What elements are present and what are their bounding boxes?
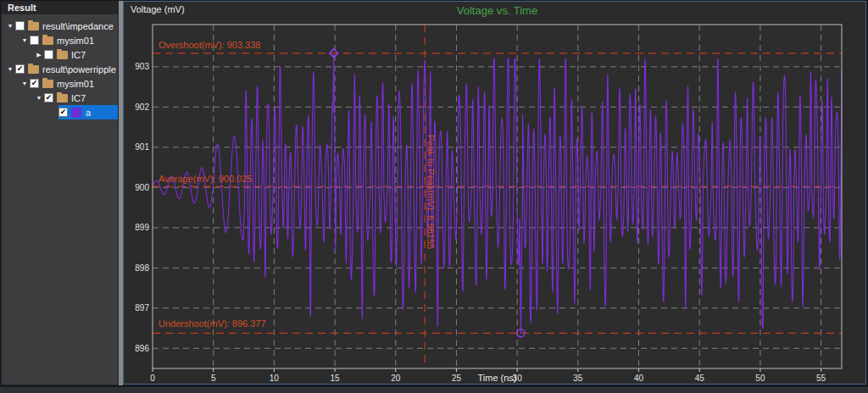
y-tick-label: 897: [135, 303, 149, 313]
y-tick-label: 903: [135, 62, 149, 71]
folder-icon: [57, 51, 68, 59]
folder-icon: [42, 80, 53, 88]
average-annotation: Average(mV): 900.025: [159, 174, 252, 184]
y-tick-label: 900: [135, 183, 149, 192]
tree-row-content[interactable]: mysim01: [30, 33, 118, 47]
folder-icon: [57, 94, 68, 102]
checked-checkbox[interactable]: ✔: [15, 64, 25, 74]
result-panel-title: Result: [8, 3, 36, 13]
x-tick-label: 0: [150, 374, 155, 383]
tree-item-label: a: [86, 108, 91, 118]
checked-checkbox[interactable]: ✔: [44, 93, 53, 102]
x-tick-label: 50: [755, 374, 765, 383]
x-tick-label: 15: [331, 374, 341, 383]
collapse-arrow-icon[interactable]: ▼: [19, 76, 30, 91]
x-tick-label: 40: [634, 374, 644, 383]
collapse-arrow-icon[interactable]: ▼: [34, 91, 44, 105]
peak-to-peak-annotation: Peak to Peak(mV): 6.96155: [426, 135, 436, 249]
checked-checkbox[interactable]: ✔: [58, 108, 68, 117]
collapse-arrow-icon[interactable]: ▼: [5, 62, 15, 76]
collapse-arrow-icon[interactable]: ▼: [5, 19, 15, 33]
tree-item-label: result\impedance: [42, 21, 114, 31]
y-tick-label: 896: [135, 344, 149, 353]
folder-icon: [28, 22, 39, 30]
y-tick-label: 898: [135, 263, 149, 273]
expand-arrow-icon[interactable]: ▶: [34, 47, 44, 62]
checked-checkbox[interactable]: ✔: [30, 79, 39, 88]
result-panel: Result ▼result\impedance▼mysim01▶IC7▼✔re…: [1, 1, 119, 385]
x-tick-label: 20: [391, 374, 401, 383]
app-window: Result ▼result\impedance▼mysim01▶IC7▼✔re…: [0, 0, 868, 393]
folder-icon: [28, 65, 39, 74]
tree-item-label: mysim01: [57, 79, 94, 89]
tree-item-result-powerripple[interactable]: ▼✔result\powerripple: [2, 62, 118, 76]
y-tick-label: 901: [135, 142, 149, 152]
y-tick-label: 899: [135, 223, 149, 232]
plot-background: [153, 25, 842, 368]
plot-area[interactable]: 0510152025303540455055896897898899900901…: [125, 3, 866, 385]
x-tick-label: 30: [513, 374, 523, 383]
undershoot-annotation: Undershoot(mV): 896.377: [159, 318, 266, 329]
result-panel-header: Result: [2, 2, 118, 15]
tree-item-label: result\powerripple: [42, 64, 116, 75]
tree-row-content[interactable]: ✔IC7: [44, 91, 118, 105]
tree-row-content[interactable]: IC7: [44, 47, 118, 62]
unchecked-checkbox[interactable]: [30, 36, 39, 45]
selected-tree-row-content[interactable]: ✔a: [58, 105, 118, 119]
collapse-arrow-icon[interactable]: ▼: [19, 33, 30, 47]
status-strip: [0, 386, 868, 393]
tree-row-content[interactable]: result\impedance: [15, 19, 118, 33]
y-tick-label: 902: [135, 102, 149, 112]
overshoot-annotation: Overshoot(mV): 903.338: [159, 40, 260, 50]
x-tick-label: 25: [452, 374, 462, 383]
tree-item-a[interactable]: ✔a: [2, 105, 118, 119]
tree-row-content[interactable]: ✔mysim01: [30, 76, 118, 91]
tree-item-mysim01[interactable]: ▼✔mysim01: [2, 76, 118, 91]
folder-icon: [42, 36, 53, 45]
x-tick-label: 55: [816, 374, 826, 383]
x-tick-label: 45: [695, 374, 705, 383]
tree-item-label: IC7: [71, 50, 86, 60]
chart-panel: 0510152025303540455055896897898899900901…: [123, 1, 866, 385]
tree-item-ic7[interactable]: ▶IC7: [2, 47, 118, 62]
result-tree[interactable]: ▼result\impedance▼mysim01▶IC7▼✔result\po…: [2, 15, 118, 119]
tree-item-ic7[interactable]: ▼✔IC7: [2, 91, 118, 105]
x-tick-label: 10: [270, 374, 280, 383]
tree-item-result-impedance[interactable]: ▼result\impedance: [2, 19, 118, 33]
tree-row-content[interactable]: ✔result\powerripple: [15, 62, 118, 76]
tree-item-mysim01[interactable]: ▼mysim01: [2, 33, 118, 47]
tree-item-label: IC7: [71, 93, 86, 103]
x-tick-label: 35: [573, 374, 583, 383]
trace-color-swatch: [71, 108, 81, 118]
unchecked-checkbox[interactable]: [44, 50, 53, 59]
tree-item-label: mysim01: [57, 36, 94, 46]
unchecked-checkbox[interactable]: [15, 21, 25, 30]
x-tick-label: 5: [211, 374, 216, 383]
